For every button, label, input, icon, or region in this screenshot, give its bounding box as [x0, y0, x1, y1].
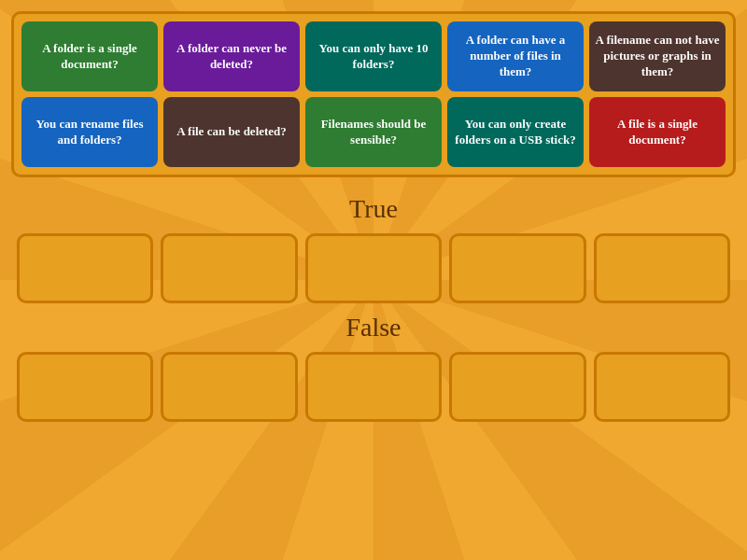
card-10[interactable]: A file is a single document? — [589, 97, 726, 167]
false-slot-5[interactable] — [594, 352, 730, 422]
cards-container: A folder is a single document? A folder … — [11, 11, 736, 177]
false-slot-1[interactable] — [17, 352, 153, 422]
false-drop-grid — [11, 352, 736, 422]
false-slot-4[interactable] — [449, 352, 585, 422]
card-2[interactable]: A folder can never be deleted? — [163, 21, 300, 91]
true-slot-4[interactable] — [449, 233, 585, 303]
card-8[interactable]: Filenames should be sensible? — [305, 97, 442, 167]
true-slot-2[interactable] — [161, 233, 297, 303]
true-label: True — [11, 194, 736, 224]
card-9[interactable]: You can only create folders on a USB sti… — [447, 97, 584, 167]
false-slot-2[interactable] — [161, 352, 297, 422]
card-5[interactable]: A filename can not have pictures or grap… — [589, 21, 726, 91]
true-slot-5[interactable] — [594, 233, 730, 303]
true-slot-1[interactable] — [17, 233, 153, 303]
card-7[interactable]: A file can be deleted? — [163, 97, 300, 167]
card-6[interactable]: You can rename files and folders? — [21, 97, 158, 167]
true-drop-grid — [11, 233, 736, 303]
false-label: False — [11, 313, 736, 343]
card-3[interactable]: You can only have 10 folders? — [305, 21, 442, 91]
true-slot-3[interactable] — [305, 233, 442, 303]
card-1[interactable]: A folder is a single document? — [21, 21, 158, 91]
false-slot-3[interactable] — [305, 352, 442, 422]
card-4[interactable]: A folder can have a number of files in t… — [447, 21, 584, 91]
